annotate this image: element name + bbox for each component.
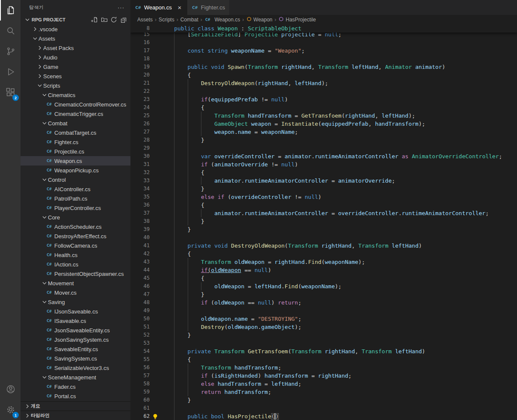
line-number[interactable]: 18 bbox=[130, 55, 150, 63]
code-line-50[interactable]: 50oldWeapon.name = "DESTROYING"; bbox=[130, 315, 517, 323]
line-number[interactable]: 19 bbox=[130, 63, 150, 71]
code-line-51[interactable]: 51Destroy(oldWeapon.gameObject); bbox=[130, 323, 517, 331]
breadcrumb-item-weapon-class[interactable]: Weapon bbox=[246, 16, 272, 23]
folder-item-Audio[interactable]: Audio bbox=[21, 53, 130, 62]
line-number[interactable]: 41 bbox=[130, 242, 150, 250]
line-number[interactable]: 49 bbox=[130, 307, 150, 315]
code-line-33[interactable]: 33animator.runtimeAnimatorController = a… bbox=[130, 177, 517, 185]
line-number[interactable]: 21 bbox=[130, 79, 150, 87]
line-number[interactable]: 56 bbox=[130, 364, 150, 372]
file-item-IJsonSaveable.cs[interactable]: C#IJsonSaveable.cs bbox=[21, 307, 130, 316]
code-line-55[interactable]: 55{ bbox=[130, 355, 517, 364]
code-line-30[interactable]: 30var overrideController = animator.runt… bbox=[130, 152, 517, 160]
file-item-WeaponPickup.cs[interactable]: C#WeaponPickup.cs bbox=[21, 166, 130, 175]
file-item-PlayerController.cs[interactable]: C#PlayerController.cs bbox=[21, 203, 130, 213]
folder-item-Assets[interactable]: Assets bbox=[21, 34, 130, 43]
code-line-16[interactable]: 16 bbox=[130, 38, 517, 47]
code-line-24[interactable]: 24{ bbox=[130, 104, 517, 112]
line-number[interactable]: 50 bbox=[130, 315, 150, 323]
code-line-57[interactable]: 57if (isRightHanded) handTransform = rig… bbox=[130, 372, 517, 380]
code-line-22[interactable]: 22 bbox=[130, 87, 517, 95]
code-line-61[interactable]: 61 bbox=[130, 404, 517, 412]
code-line-47[interactable]: 47} bbox=[130, 290, 517, 299]
code-line-59[interactable]: 59return handTransform; bbox=[130, 388, 517, 396]
code-line-56[interactable]: 56Transform handTransform; bbox=[130, 364, 517, 372]
breadcrumb-item-scripts[interactable]: Scripts bbox=[159, 17, 174, 23]
activity-extensions[interactable]: 2 bbox=[0, 82, 21, 103]
code-line-52[interactable]: 52} bbox=[130, 331, 517, 339]
line-number[interactable]: 59 bbox=[130, 388, 150, 396]
code-line-28[interactable]: 28} bbox=[130, 136, 517, 144]
line-number[interactable]: 48 bbox=[130, 299, 150, 307]
code-line-32[interactable]: 32{ bbox=[130, 169, 517, 177]
activity-source-control[interactable] bbox=[0, 41, 21, 62]
code-line-19[interactable]: 19public void Spawn(Transform rightHand,… bbox=[130, 63, 517, 71]
line-number[interactable]: 40 bbox=[130, 234, 150, 242]
panel-outline[interactable]: 개요 bbox=[21, 401, 130, 411]
folder-item-.vscode[interactable]: .vscode bbox=[21, 24, 130, 34]
file-item-FollowCamera.cs[interactable]: C#FollowCamera.cs bbox=[21, 241, 130, 250]
file-item-Projectile.cs[interactable]: C#Projectile.cs bbox=[21, 147, 130, 156]
file-item-PatrolPath.cs[interactable]: C#PatrolPath.cs bbox=[21, 194, 130, 203]
sticky-code-line[interactable]: 8public class Weapon : ScriptableObject bbox=[130, 24, 517, 33]
code-line-45[interactable]: 45{ bbox=[130, 274, 517, 282]
code-line-27[interactable]: 27weapon.name = weaponName; bbox=[130, 128, 517, 136]
activity-explorer[interactable] bbox=[0, 0, 21, 21]
line-number[interactable]: 43 bbox=[130, 258, 150, 266]
line-number[interactable]: 31 bbox=[130, 160, 150, 169]
line-number[interactable]: 27 bbox=[130, 128, 150, 136]
activity-account[interactable] bbox=[0, 379, 21, 399]
code-line-54[interactable]: 54private Transform GetTransfoem(Transfo… bbox=[130, 347, 517, 355]
folder-item-Control[interactable]: Control bbox=[21, 175, 130, 184]
line-number[interactable]: 57 bbox=[130, 372, 150, 380]
code-line-40[interactable]: 40 bbox=[130, 234, 517, 242]
code-line-31[interactable]: 31if (animatorOverride != null) bbox=[130, 160, 517, 169]
line-number[interactable]: 60 bbox=[130, 396, 150, 404]
breadcrumb-item-hasprojectile-method[interactable]: HasProjectile bbox=[278, 16, 316, 23]
folder-item-Saving[interactable]: Saving bbox=[21, 297, 130, 307]
breadcrumb-item-combat[interactable]: Combat bbox=[180, 17, 198, 23]
code-line-17[interactable]: 17const string weaponName = "Weapon"; bbox=[130, 47, 517, 55]
line-number[interactable]: 52 bbox=[130, 331, 150, 339]
code-line-53[interactable]: 53 bbox=[130, 339, 517, 347]
line-number[interactable]: 22 bbox=[130, 87, 150, 95]
line-number[interactable]: 54 bbox=[130, 347, 150, 355]
folder-item-Movement[interactable]: Movement bbox=[21, 278, 130, 288]
code-line-26[interactable]: 26GameObject weapon = Instantiate(equipp… bbox=[130, 120, 517, 128]
line-number[interactable]: 17 bbox=[130, 47, 150, 55]
line-number[interactable]: 36 bbox=[130, 201, 150, 209]
folder-item-Core[interactable]: Core bbox=[21, 213, 130, 222]
breadcrumb-item-weapon-file[interactable]: C# Weapon.cs bbox=[204, 17, 240, 23]
code-line-21[interactable]: 21DestroyOldWeapon(rightHand, leftHand); bbox=[130, 79, 517, 87]
file-item-PersistentObjectSpawner.cs[interactable]: C#PersistentObjectSpawner.cs bbox=[21, 269, 130, 278]
line-number[interactable]: 53 bbox=[130, 339, 150, 347]
line-number[interactable]: 58 bbox=[130, 380, 150, 388]
file-item-Health.cs[interactable]: C#Health.cs bbox=[21, 250, 130, 260]
line-number[interactable]: 39 bbox=[130, 225, 150, 234]
line-number[interactable]: 26 bbox=[130, 120, 150, 128]
sticky-scroll-line[interactable]: 8public class Weapon : ScriptableObject bbox=[130, 24, 517, 33]
file-item-SaveableEntity.cs[interactable]: C#SaveableEntity.cs bbox=[21, 344, 130, 354]
file-item-Fighter.cs[interactable]: C#Fighter.cs bbox=[21, 137, 130, 147]
folder-item-SceneManagement[interactable]: SceneManagement bbox=[21, 373, 130, 382]
file-item-Mover.cs[interactable]: C#Mover.cs bbox=[21, 288, 130, 297]
code-line-25[interactable]: 25Transform handTransform = GetTransfoem… bbox=[130, 112, 517, 120]
line-number[interactable]: 20 bbox=[130, 71, 150, 79]
tab-weapon-cs[interactable]: C# Weapon.cs × bbox=[130, 0, 187, 15]
file-item-CinematicControlRemover.cs[interactable]: C#CinematicControlRemover.cs bbox=[21, 100, 130, 109]
code-line-34[interactable]: 34} bbox=[130, 185, 517, 193]
line-number[interactable]: 62 bbox=[130, 412, 150, 420]
folder-item-Asset Packs[interactable]: Asset Packs bbox=[21, 43, 130, 53]
tab-fighter-cs[interactable]: C# Fighter.cs bbox=[187, 0, 230, 15]
line-number[interactable]: 30 bbox=[130, 152, 150, 160]
code-line-46[interactable]: 46oldWeapon = leftHand.Find(weaponName); bbox=[130, 282, 517, 290]
line-number[interactable]: 61 bbox=[130, 404, 150, 412]
code-line-44[interactable]: 44if(oldWeapon == null) bbox=[130, 266, 517, 274]
activity-run-debug[interactable] bbox=[0, 62, 21, 82]
line-number[interactable]: 45 bbox=[130, 274, 150, 282]
line-number[interactable]: 28 bbox=[130, 136, 150, 144]
code-line-37[interactable]: 37animator.runtimeAnimatorController = o… bbox=[130, 209, 517, 217]
line-number[interactable]: 29 bbox=[130, 144, 150, 152]
line-number[interactable]: 44 bbox=[130, 266, 150, 274]
code-line-35[interactable]: 35else if (overrideController != null) bbox=[130, 193, 517, 201]
